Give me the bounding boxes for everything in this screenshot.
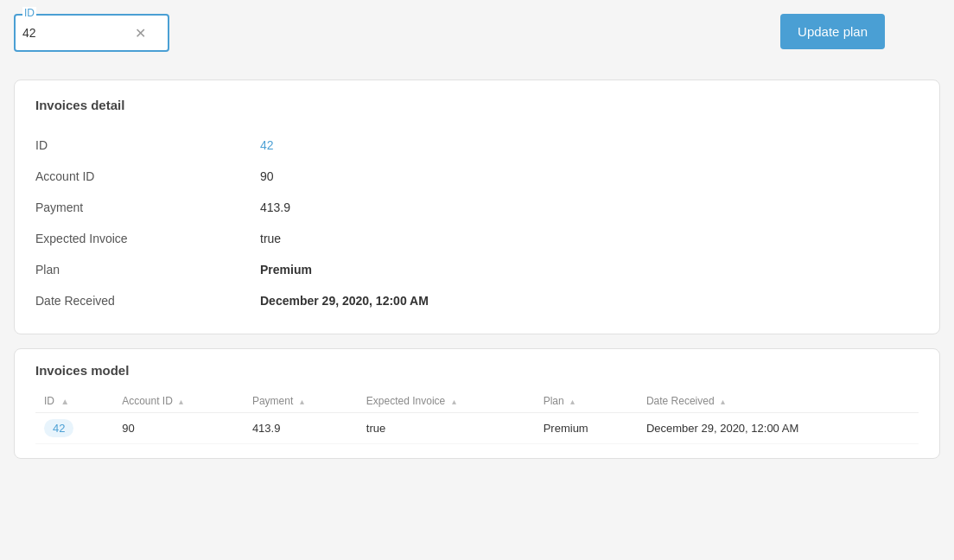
col-header-plan[interactable]: Plan ▴ bbox=[535, 390, 638, 413]
sort-icon-payment: ▴ bbox=[300, 397, 304, 406]
row-id-link[interactable]: 42 bbox=[44, 419, 73, 437]
table-cell-expected-invoice: true bbox=[358, 413, 535, 444]
detail-value-date-received: December 29, 2020, 12:00 AM bbox=[260, 285, 919, 316]
detail-label-plan: Plan bbox=[35, 254, 260, 285]
id-search-input[interactable] bbox=[22, 26, 135, 40]
table-cell-date-received: December 29, 2020, 12:00 AM bbox=[638, 413, 919, 444]
col-header-expected-invoice-label: Expected Invoice bbox=[366, 395, 445, 407]
col-header-account-id-label: Account ID bbox=[122, 395, 173, 407]
id-search-wrapper: ID ✕ bbox=[14, 14, 169, 52]
sort-icon-account-id: ▴ bbox=[179, 397, 183, 406]
col-header-id[interactable]: ID ▲ bbox=[35, 390, 113, 413]
clear-input-button[interactable]: ✕ bbox=[135, 25, 146, 41]
detail-row-payment: Payment 413.9 bbox=[35, 192, 919, 223]
update-plan-button[interactable]: Update plan bbox=[780, 14, 885, 49]
table-cell-payment: 413.9 bbox=[244, 413, 358, 444]
detail-row-expected-invoice: Expected Invoice true bbox=[35, 223, 919, 254]
detail-label-account-id: Account ID bbox=[35, 161, 260, 192]
col-header-expected-invoice[interactable]: Expected Invoice ▴ bbox=[358, 390, 535, 413]
col-header-date-received-label: Date Received bbox=[646, 395, 715, 407]
sort-icon-plan: ▴ bbox=[570, 397, 575, 406]
col-header-payment[interactable]: Payment ▴ bbox=[244, 390, 358, 413]
col-header-date-received[interactable]: Date Received ▴ bbox=[638, 390, 919, 413]
detail-row-date-received: Date Received December 29, 2020, 12:00 A… bbox=[35, 285, 919, 316]
detail-value-expected-invoice: true bbox=[260, 223, 919, 254]
detail-row-account-id: Account ID 90 bbox=[35, 161, 919, 192]
detail-label-date-received: Date Received bbox=[35, 285, 260, 316]
table-cell-account-id: 90 bbox=[113, 413, 244, 444]
detail-row-id: ID 42 bbox=[35, 130, 919, 161]
detail-row-plan: Plan Premium bbox=[35, 254, 919, 285]
model-table: ID ▲ Account ID ▴ Payment ▴ Expected Inv… bbox=[35, 390, 919, 444]
invoices-model-card: Invoices model ID ▲ Account ID ▴ Payment… bbox=[14, 348, 940, 459]
detail-card-title: Invoices detail bbox=[35, 98, 919, 112]
detail-label-id: ID bbox=[35, 130, 260, 161]
sort-icon-date-received: ▴ bbox=[721, 397, 725, 406]
table-cell-plan: Premium bbox=[535, 413, 638, 444]
detail-value-account-id: 90 bbox=[260, 161, 919, 192]
detail-label-expected-invoice: Expected Invoice bbox=[35, 223, 260, 254]
col-header-account-id[interactable]: Account ID ▴ bbox=[113, 390, 244, 413]
table-header-row: ID ▲ Account ID ▴ Payment ▴ Expected Inv… bbox=[35, 390, 919, 413]
detail-value-plan: Premium bbox=[260, 254, 919, 285]
detail-value-id[interactable]: 42 bbox=[260, 138, 274, 152]
detail-table: ID 42 Account ID 90 Payment 413.9 Expect… bbox=[35, 130, 919, 316]
table-row: 42 90 413.9 true Premium December 29, 20… bbox=[35, 413, 919, 444]
col-header-id-label: ID bbox=[44, 395, 54, 407]
id-input-label: ID bbox=[22, 7, 36, 19]
sort-icon-id: ▲ bbox=[60, 397, 69, 406]
invoices-detail-card: Invoices detail ID 42 Account ID 90 Paym… bbox=[14, 80, 940, 334]
col-header-payment-label: Payment bbox=[252, 395, 293, 407]
model-card-title: Invoices model bbox=[35, 363, 919, 378]
detail-label-payment: Payment bbox=[35, 192, 260, 223]
sort-icon-expected-invoice: ▴ bbox=[452, 397, 456, 406]
table-cell-id: 42 bbox=[35, 413, 113, 444]
col-header-plan-label: Plan bbox=[544, 395, 564, 407]
detail-value-payment: 413.9 bbox=[260, 192, 919, 223]
